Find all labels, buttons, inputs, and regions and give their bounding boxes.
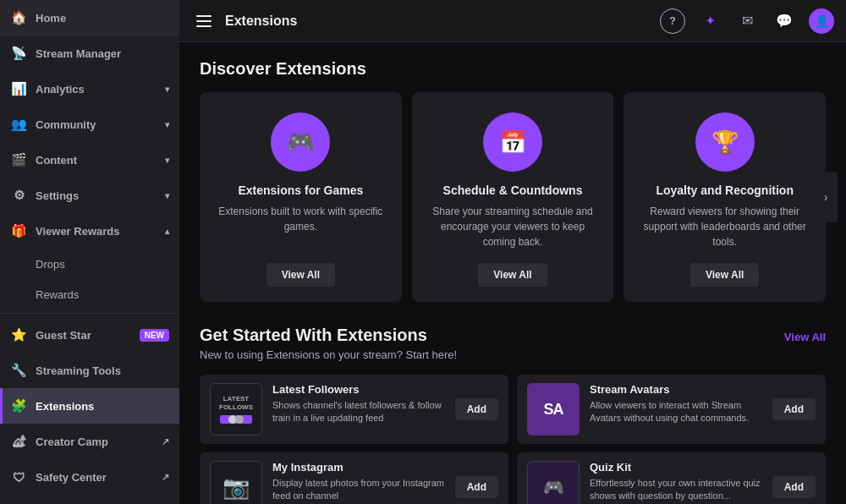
help-button[interactable]: ?: [660, 8, 685, 34]
add-quiz-button[interactable]: Add: [772, 476, 816, 498]
schedule-icon: 📅: [483, 112, 542, 172]
sidebar-item-streaming-tools[interactable]: 🔧 Streaming Tools: [0, 353, 179, 388]
ext-thumb-followers: LATESTFOLLOWS: [210, 383, 262, 436]
external-link-icon: ↗: [162, 436, 169, 447]
chevron-up-icon: ▴: [165, 227, 169, 236]
sidebar-sub-item-drops[interactable]: Drops: [0, 249, 179, 279]
ext-card-desc: Reward viewers for showing their support…: [640, 204, 809, 249]
sidebar-sub-item-rewards[interactable]: Rewards: [0, 279, 179, 310]
ext-thumb-quiz: 🎮: [527, 461, 580, 504]
ext-card-title: Schedule & Countdowns: [443, 184, 583, 197]
sparkle-button[interactable]: ✦: [697, 8, 722, 34]
safety-center-icon: 🛡: [10, 468, 27, 485]
sidebar-item-label: Content: [36, 154, 77, 167]
chevron-down-icon: ▾: [165, 191, 169, 200]
ext-list-item-followers: LATESTFOLLOWS Latest Followers Shows cha…: [200, 375, 508, 444]
viewer-rewards-icon: 🎁: [10, 222, 27, 239]
ext-info-quiz: Quiz Kit Effortlessly host your own inte…: [590, 461, 762, 503]
guest-star-icon: ⭐: [10, 326, 27, 343]
ext-desc: Display latest photos from your Instagra…: [272, 477, 445, 503]
ext-desc: Shows channel's latest followers & follo…: [272, 399, 445, 425]
sidebar-item-stream-manager[interactable]: 📡 Stream Manager: [0, 36, 179, 71]
view-all-link[interactable]: View All: [784, 331, 826, 343]
analytics-icon: 📊: [10, 80, 27, 97]
ext-list: LATESTFOLLOWS Latest Followers Shows cha…: [200, 375, 826, 504]
top-nav: Extensions ? ✦ ✉ 💬 👤: [179, 0, 846, 42]
sidebar-item-creator-camp[interactable]: 🏕 Creator Camp ↗: [0, 424, 179, 459]
sidebar-item-label: Settings: [36, 189, 79, 202]
sidebar-divider: [0, 313, 179, 314]
ext-desc: Effortlessly host your own interactive q…: [590, 477, 762, 503]
avatar-icon: 👤: [815, 14, 829, 28]
add-followers-button[interactable]: Add: [455, 398, 498, 420]
view-all-schedule-button[interactable]: View All: [478, 263, 547, 287]
sidebar-item-extensions[interactable]: 🧩 Extensions: [0, 388, 179, 424]
sidebar-item-label: Home: [36, 12, 66, 25]
sidebar-sub-label: Drops: [36, 258, 65, 271]
sidebar-item-safety-center[interactable]: 🛡 Safety Center ↗: [0, 459, 179, 495]
add-instagram-button[interactable]: Add: [455, 476, 498, 498]
ext-card-title: Loyalty and Recognition: [656, 184, 794, 197]
discover-cards-container: 🎮 Extensions for Games Extensions built …: [200, 92, 826, 302]
loyalty-icon: 🏆: [695, 112, 755, 172]
main-content: Discover Extensions 🎮 Extensions for Gam…: [179, 42, 846, 504]
sidebar-item-viewer-rewards[interactable]: 🎁 Viewer Rewards ▴: [0, 213, 179, 249]
ext-list-item-instagram: 📷 My Instagram Display latest photos fro…: [200, 452, 508, 504]
ext-card-games: 🎮 Extensions for Games Extensions built …: [200, 92, 402, 302]
sidebar-item-label: Extensions: [36, 400, 94, 413]
view-all-games-button[interactable]: View All: [266, 263, 335, 287]
avatar-button[interactable]: 👤: [809, 8, 834, 34]
sidebar-item-guest-star[interactable]: ⭐ Guest Star NEW: [0, 317, 179, 353]
sidebar-item-label: Guest Star: [36, 329, 91, 342]
ext-card-loyalty: 🏆 Loyalty and Recognition Reward viewers…: [624, 92, 826, 302]
nav-icons: ? ✦ ✉ 💬 👤: [660, 8, 834, 34]
view-all-loyalty-button[interactable]: View All: [690, 263, 759, 287]
streaming-tools-icon: 🔧: [10, 362, 27, 379]
ext-card-desc: Share your streaming schedule and encour…: [429, 204, 597, 249]
menu-button[interactable]: [191, 8, 217, 34]
mail-button[interactable]: ✉: [734, 8, 760, 34]
new-badge: NEW: [140, 329, 169, 342]
sidebar-item-label: Streaming Tools: [36, 364, 121, 377]
ext-name: Stream Avatars: [590, 383, 762, 396]
sidebar-item-label: Stream Manager: [36, 47, 121, 60]
games-icon: 🎮: [271, 112, 330, 172]
hamburger-line: [196, 20, 212, 22]
quiz-icon: 🎮: [543, 477, 564, 497]
get-started-header: Get Started With Extensions View All: [200, 326, 826, 345]
ext-name: Latest Followers: [272, 383, 445, 396]
sidebar-item-community[interactable]: 👥 Community ▾: [0, 107, 179, 142]
chat-button[interactable]: 💬: [772, 8, 797, 34]
sidebar-item-label: Safety Center: [36, 471, 107, 484]
sidebar-item-settings[interactable]: ⚙ Settings ▾: [0, 178, 179, 213]
ext-info-sa: Stream Avatars Allow viewers to interact…: [590, 383, 762, 425]
stream-manager-icon: 📡: [10, 45, 27, 62]
chevron-down-icon: ▾: [165, 156, 169, 165]
chevron-down-icon: ▾: [165, 120, 169, 129]
chevron-down-icon: ▾: [165, 85, 169, 94]
creator-camp-icon: 🏕: [10, 433, 27, 450]
get-started-title: Get Started With Extensions: [200, 326, 427, 345]
sidebar: 🏠 Home 📡 Stream Manager 📊 Analytics ▾ 👥 …: [0, 0, 179, 504]
discover-title: Discover Extensions: [200, 59, 826, 79]
ext-thumb-instagram: 📷: [210, 461, 262, 504]
extensions-icon: 🧩: [10, 397, 27, 414]
ext-info-instagram: My Instagram Display latest photos from …: [272, 461, 445, 503]
scroll-right-button[interactable]: ›: [814, 172, 838, 222]
hamburger-line: [196, 15, 212, 17]
community-icon: 👥: [10, 116, 27, 133]
sidebar-item-content[interactable]: 🎬 Content ▾: [0, 142, 179, 178]
thumb-label-followers: LATESTFOLLOWS: [219, 395, 253, 411]
sidebar-item-home[interactable]: 🏠 Home: [0, 0, 179, 36]
add-sa-button[interactable]: Add: [772, 398, 816, 420]
ext-name: My Instagram: [272, 461, 445, 474]
ext-name: Quiz Kit: [590, 461, 762, 474]
page-title: Extensions: [225, 14, 651, 29]
ext-list-item-quiz: 🎮 Quiz Kit Effortlessly host your own in…: [517, 452, 826, 504]
ext-card-desc: Extensions built to work with specific g…: [217, 204, 385, 249]
sidebar-item-label: Analytics: [36, 83, 85, 96]
settings-icon: ⚙: [10, 187, 27, 204]
ext-desc: Allow viewers to interact with Stream Av…: [590, 399, 762, 425]
main-layout: Extensions ? ✦ ✉ 💬 👤 Discover Extensions…: [179, 0, 846, 504]
sidebar-item-analytics[interactable]: 📊 Analytics ▾: [0, 71, 179, 107]
